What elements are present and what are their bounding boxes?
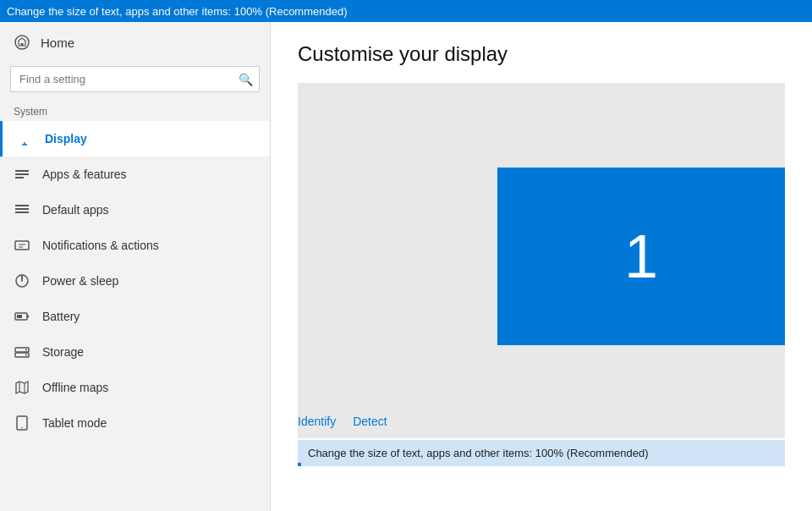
sidebar-item-label-storage: Storage	[42, 345, 84, 359]
home-item[interactable]: Home	[0, 22, 270, 63]
detect-link[interactable]: Detect	[353, 415, 387, 428]
svg-rect-9	[15, 241, 29, 250]
search-input[interactable]	[10, 66, 260, 92]
svg-rect-8	[15, 212, 29, 213]
top-bar-text: Change the size of text, apps and other …	[7, 5, 348, 18]
svg-rect-6	[15, 205, 29, 206]
svg-rect-12	[27, 316, 29, 318]
monitor-number: 1	[624, 222, 658, 291]
sidebar-item-apps-features[interactable]: Apps & features	[0, 157, 270, 192]
svg-point-16	[25, 349, 27, 351]
sidebar-item-default-apps[interactable]: Default apps	[0, 192, 270, 228]
change-size-text: Change the size of text, apps and other …	[308, 447, 649, 459]
top-highlight-bar: Change the size of text, apps and other …	[0, 0, 812, 22]
storage-icon	[14, 343, 30, 360]
sidebar-item-offline-maps[interactable]: Offline maps	[0, 370, 270, 405]
page-title: Customise your display	[298, 42, 785, 66]
search-box: 🔍	[10, 66, 260, 92]
sidebar-item-label-battery: Battery	[42, 310, 80, 323]
svg-point-17	[25, 354, 27, 356]
sidebar-item-notifications[interactable]: Notifications & actions	[0, 228, 270, 263]
svg-rect-3	[15, 170, 29, 172]
sidebar-item-label-display: Display	[45, 132, 87, 146]
content-area: Customise your display 1 Identify Detect…	[271, 22, 812, 511]
display-actions: Identify Detect	[298, 404, 387, 438]
change-size-bar[interactable]: Change the size of text, apps and other …	[298, 440, 785, 466]
home-label: Home	[41, 36, 74, 50]
svg-rect-13	[17, 315, 22, 318]
nav-list: DisplayApps & featuresDefault appsNotifi…	[0, 121, 270, 441]
sidebar-item-power-sleep[interactable]: Power & sleep	[0, 263, 270, 299]
sidebar-item-storage[interactable]: Storage	[0, 334, 270, 370]
apps-icon	[14, 166, 30, 183]
display-preview: 1 Identify Detect	[298, 83, 785, 438]
svg-rect-1	[21, 43, 24, 46]
maps-icon	[14, 379, 30, 396]
section-label: System	[0, 99, 270, 121]
sidebar-item-label-tablet-mode: Tablet mode	[42, 416, 107, 430]
svg-rect-4	[15, 173, 29, 175]
sidebar-item-battery[interactable]: Battery	[0, 299, 270, 334]
sidebar-item-label-offline-maps: Offline maps	[42, 381, 108, 394]
svg-point-19	[21, 427, 23, 429]
svg-rect-2	[18, 133, 31, 142]
tablet-icon	[14, 415, 30, 431]
sidebar-item-display[interactable]: Display	[0, 121, 270, 157]
svg-rect-7	[15, 208, 29, 210]
monitor-screen: 1	[497, 168, 785, 345]
identify-link[interactable]: Identify	[298, 415, 336, 428]
sidebar-item-label-apps-features: Apps & features	[42, 168, 127, 181]
sidebar-item-label-notifications: Notifications & actions	[42, 239, 159, 252]
notifications-icon	[14, 237, 30, 254]
svg-rect-5	[15, 177, 24, 179]
power-icon	[14, 272, 30, 289]
sidebar-item-label-default-apps: Default apps	[42, 203, 109, 217]
sidebar-item-label-power-sleep: Power & sleep	[42, 274, 118, 288]
monitor-icon	[16, 130, 33, 147]
sidebar-item-tablet-mode[interactable]: Tablet mode	[0, 405, 270, 441]
battery-icon	[14, 308, 30, 325]
home-icon	[14, 34, 30, 51]
sidebar: Home 🔍 System DisplayApps & featuresDefa…	[0, 22, 271, 511]
default-apps-icon	[14, 201, 30, 218]
